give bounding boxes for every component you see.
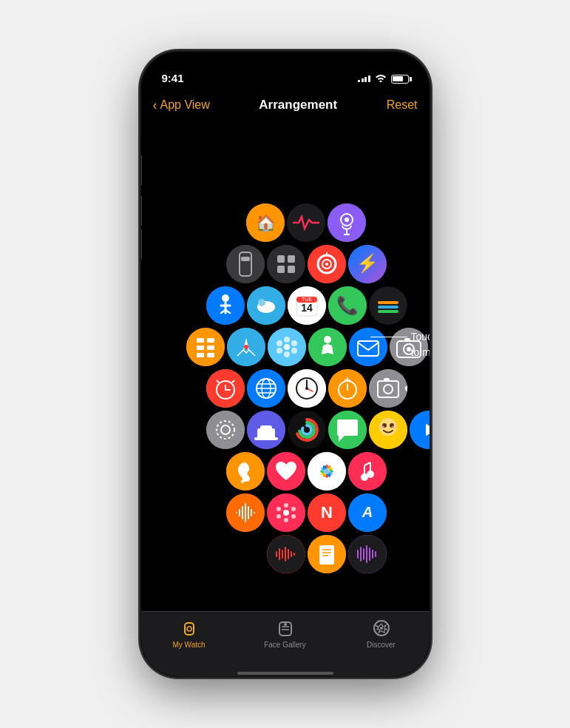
svg-rect-67	[404, 338, 410, 342]
svg-rect-98	[257, 428, 275, 439]
app-activity-rings[interactable]	[288, 411, 326, 449]
svg-rect-168	[372, 550, 373, 559]
svg-point-55	[276, 348, 282, 354]
svg-rect-14	[277, 266, 285, 273]
svg-rect-101	[288, 411, 326, 449]
svg-rect-167	[369, 547, 370, 561]
app-hearing[interactable]	[226, 452, 265, 491]
svg-point-111	[392, 425, 396, 428]
svg-rect-11	[267, 245, 305, 283]
nav-header: ‹ App View Arrangement Reset	[141, 89, 430, 121]
svg-point-20	[325, 263, 328, 266]
app-settings[interactable]	[206, 411, 245, 449]
app-news[interactable]: N	[308, 493, 346, 532]
wifi-icon	[375, 73, 387, 84]
app-books[interactable]	[308, 535, 346, 573]
svg-rect-169	[375, 551, 376, 557]
app-activity-monitor[interactable]	[308, 245, 346, 283]
svg-rect-40	[186, 328, 225, 366]
svg-rect-13	[288, 255, 295, 263]
app-mail[interactable]	[349, 328, 387, 366]
app-fitness[interactable]	[308, 328, 347, 366]
back-label: App View	[160, 98, 210, 112]
app-alarm[interactable]	[206, 369, 245, 408]
app-sleep[interactable]	[247, 411, 285, 449]
app-calendar[interactable]: 14 TUE	[288, 286, 326, 325]
home-indicator	[141, 673, 430, 676]
tab-discover[interactable]: Discover	[352, 618, 411, 649]
svg-rect-3	[328, 203, 366, 242]
svg-rect-46	[207, 353, 214, 357]
tab-face-gallery[interactable]: Face Gallery	[256, 618, 315, 649]
svg-rect-38	[378, 306, 398, 309]
app-weather[interactable]	[247, 286, 285, 325]
app-home[interactable]: 🏠	[246, 203, 285, 242]
svg-rect-12	[277, 255, 285, 263]
signal-bar-4	[368, 75, 370, 82]
app-world-clock[interactable]	[247, 369, 285, 408]
svg-rect-37	[378, 301, 398, 304]
app-photos[interactable]	[308, 452, 346, 491]
svg-rect-10	[241, 257, 250, 261]
app-maps[interactable]	[227, 328, 265, 366]
app-grid-area: 🏠	[141, 121, 430, 611]
tab-discover-label: Discover	[367, 641, 396, 649]
app-calculator[interactable]	[186, 328, 225, 366]
app-timer[interactable]	[328, 369, 367, 408]
reset-button[interactable]: Reset	[387, 98, 418, 112]
app-music[interactable]	[348, 452, 387, 491]
svg-rect-39	[378, 310, 398, 313]
page-title: Arrangement	[259, 98, 337, 112]
app-voice-memos[interactable]	[267, 535, 305, 573]
tab-face-gallery-label: Face Gallery	[264, 641, 306, 649]
app-clock[interactable]	[288, 369, 326, 408]
svg-rect-158	[319, 545, 334, 564]
svg-rect-94	[206, 411, 245, 449]
svg-point-56	[291, 348, 297, 354]
app-shortcuts[interactable]: ⚡	[348, 245, 387, 283]
svg-rect-100	[254, 437, 278, 440]
app-remote[interactable]	[226, 245, 265, 283]
notch	[230, 52, 341, 73]
tooltip: Touch and hold, then drag to move apps a…	[411, 329, 430, 360]
back-button[interactable]: ‹ App View	[153, 98, 210, 112]
svg-point-24	[222, 294, 229, 302]
svg-rect-41	[197, 338, 204, 343]
phone-frame: 9:41 ‹	[141, 52, 430, 676]
svg-point-84	[305, 387, 308, 390]
battery-icon	[391, 75, 409, 84]
tab-my-watch-label: My Watch	[172, 641, 205, 649]
tab-my-watch[interactable]: My Watch	[160, 618, 219, 649]
svg-point-28	[258, 299, 265, 306]
app-grid[interactable]	[267, 245, 305, 283]
svg-rect-155	[291, 551, 292, 557]
app-memoji[interactable]	[369, 411, 407, 449]
app-tv[interactable]	[410, 411, 430, 449]
svg-text:TUE: TUE	[302, 297, 312, 302]
app-phone[interactable]: 📞	[328, 286, 367, 325]
app-podcasts3[interactable]	[348, 535, 387, 573]
status-icons	[358, 73, 409, 84]
app-breathe[interactable]	[268, 328, 306, 366]
svg-rect-151	[279, 548, 280, 560]
app-messages[interactable]	[328, 411, 367, 449]
app-health[interactable]	[267, 452, 305, 491]
app-heart-rate[interactable]	[287, 203, 325, 242]
svg-point-142	[291, 507, 296, 511]
svg-point-124	[324, 468, 330, 474]
svg-point-50	[284, 344, 290, 350]
svg-rect-150	[276, 551, 277, 557]
signal-bar-1	[358, 80, 360, 82]
svg-point-140	[284, 518, 288, 522]
app-screenshot[interactable]	[369, 369, 407, 408]
app-noise[interactable]	[226, 493, 265, 532]
app-wallet[interactable]	[369, 286, 407, 325]
app-podcasts[interactable]	[328, 203, 366, 242]
app-app-store[interactable]: A	[348, 493, 387, 532]
svg-point-5	[345, 218, 349, 222]
app-accessibility[interactable]	[206, 286, 245, 325]
svg-rect-125	[348, 452, 387, 491]
svg-rect-153	[285, 547, 286, 562]
app-breathe2[interactable]	[267, 493, 305, 532]
svg-rect-2	[287, 203, 325, 242]
